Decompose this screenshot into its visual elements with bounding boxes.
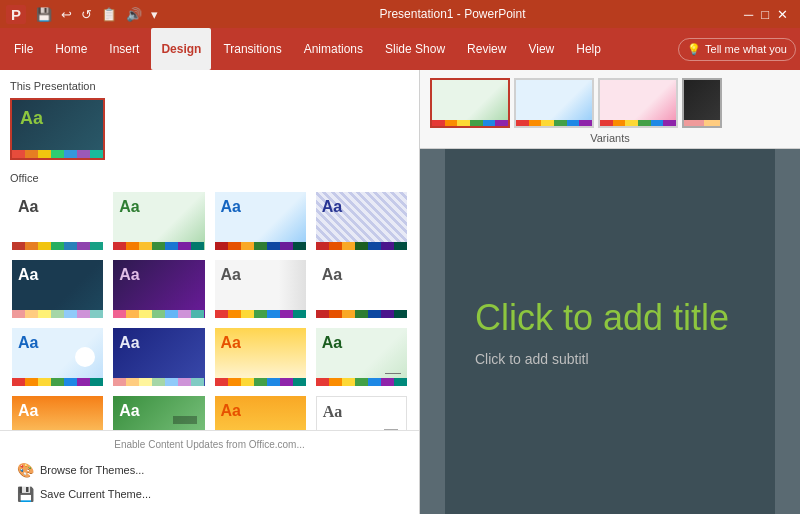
tab-animations[interactable]: Animations bbox=[294, 28, 373, 70]
customize-qat-button[interactable]: ▾ bbox=[148, 5, 161, 24]
save-icon: 💾 bbox=[16, 486, 34, 502]
theme-office-2[interactable]: Aa bbox=[111, 190, 206, 252]
theme-office-15[interactable]: Aa bbox=[213, 394, 308, 430]
theme-office-6[interactable]: Aa bbox=[111, 258, 206, 320]
tab-transitions[interactable]: Transitions bbox=[213, 28, 291, 70]
variant-4[interactable] bbox=[682, 78, 722, 128]
main-area: This Presentation Aa bbox=[0, 70, 800, 514]
theme-current[interactable]: Aa bbox=[10, 98, 105, 160]
clipboard-button[interactable]: 📋 bbox=[98, 5, 120, 24]
themes-scroll-area[interactable]: This Presentation Aa bbox=[0, 70, 419, 430]
theme-office-9[interactable]: Aa bbox=[10, 326, 105, 388]
theme-office-8[interactable]: Aa bbox=[314, 258, 409, 320]
slide-preview[interactable]: Click to add title Click to add subtitl bbox=[420, 149, 800, 514]
themes-panel: This Presentation Aa bbox=[0, 70, 420, 514]
tell-me-label: Tell me what you bbox=[705, 43, 787, 55]
minimize-button[interactable]: ─ bbox=[744, 7, 753, 22]
variant-1[interactable] bbox=[430, 78, 510, 128]
restore-button[interactable]: □ bbox=[761, 7, 769, 22]
theme-office-7[interactable]: Aa bbox=[213, 258, 308, 320]
quick-access-toolbar: P 💾 ↩ ↺ 📋 🔊 ▾ Presentation1 - PowerPoint… bbox=[0, 0, 800, 28]
save-button[interactable]: 💾 bbox=[33, 5, 55, 24]
office-themes-grid: Aa Aa Aa bbox=[10, 190, 409, 430]
tab-view[interactable]: View bbox=[518, 28, 564, 70]
browse-themes-label: Browse for Themes... bbox=[40, 464, 144, 476]
office-label: Office bbox=[10, 172, 409, 184]
tab-home[interactable]: Home bbox=[45, 28, 97, 70]
right-panel: Variants Click to add title Click to add… bbox=[420, 70, 800, 514]
variants-row bbox=[430, 78, 790, 128]
this-presentation-grid: Aa bbox=[10, 98, 409, 160]
theme-office-10[interactable]: Aa bbox=[111, 326, 206, 388]
theme-office-13[interactable]: Aa bbox=[10, 394, 105, 430]
tab-help[interactable]: Help bbox=[566, 28, 611, 70]
theme-office-4[interactable]: Aa bbox=[314, 190, 409, 252]
themes-footer: Enable Content Updates from Office.com..… bbox=[0, 430, 419, 514]
browse-themes-link[interactable]: 🎨 Browse for Themes... bbox=[10, 458, 409, 482]
this-presentation-label: This Presentation bbox=[10, 80, 409, 92]
tell-me-input[interactable]: 💡 Tell me what you bbox=[678, 38, 796, 61]
tab-design[interactable]: Design bbox=[151, 28, 211, 70]
footer-note: Enable Content Updates from Office.com..… bbox=[10, 439, 409, 450]
redo-button[interactable]: ↺ bbox=[78, 5, 95, 24]
tab-file[interactable]: File bbox=[4, 28, 43, 70]
tab-review[interactable]: Review bbox=[457, 28, 516, 70]
app-icon: P bbox=[6, 5, 26, 24]
save-theme-link[interactable]: 💾 Save Current Theme... bbox=[10, 482, 409, 506]
slide-title: Click to add title bbox=[475, 296, 745, 339]
slide-subtitle: Click to add subtitl bbox=[475, 351, 745, 367]
slide-canvas: Click to add title Click to add subtitl bbox=[445, 149, 775, 514]
theme-office-12[interactable]: Aa bbox=[314, 326, 409, 388]
close-button[interactable]: ✕ bbox=[777, 7, 788, 22]
ribbon: File Home Insert Design Transitions Anim… bbox=[0, 28, 800, 70]
audio-button[interactable]: 🔊 bbox=[123, 5, 145, 24]
theme-office-3[interactable]: Aa bbox=[213, 190, 308, 252]
variant-3[interactable] bbox=[598, 78, 678, 128]
variants-label: Variants bbox=[430, 132, 790, 144]
variants-strip: Variants bbox=[420, 70, 800, 149]
theme-office-1[interactable]: Aa bbox=[10, 190, 105, 252]
lightbulb-icon: 💡 bbox=[687, 43, 701, 56]
theme-office-16[interactable]: Aa bbox=[314, 394, 409, 430]
theme-office-5[interactable]: Aa bbox=[10, 258, 105, 320]
browse-icon: 🎨 bbox=[16, 462, 34, 478]
save-theme-label: Save Current Theme... bbox=[40, 488, 151, 500]
tab-slideshow[interactable]: Slide Show bbox=[375, 28, 455, 70]
undo-button[interactable]: ↩ bbox=[58, 5, 75, 24]
theme-office-11[interactable]: Aa bbox=[213, 326, 308, 388]
title-bar-title: Presentation1 - PowerPoint bbox=[164, 7, 741, 21]
theme-office-14[interactable]: Aa bbox=[111, 394, 206, 430]
variant-2[interactable] bbox=[514, 78, 594, 128]
tab-insert[interactable]: Insert bbox=[99, 28, 149, 70]
